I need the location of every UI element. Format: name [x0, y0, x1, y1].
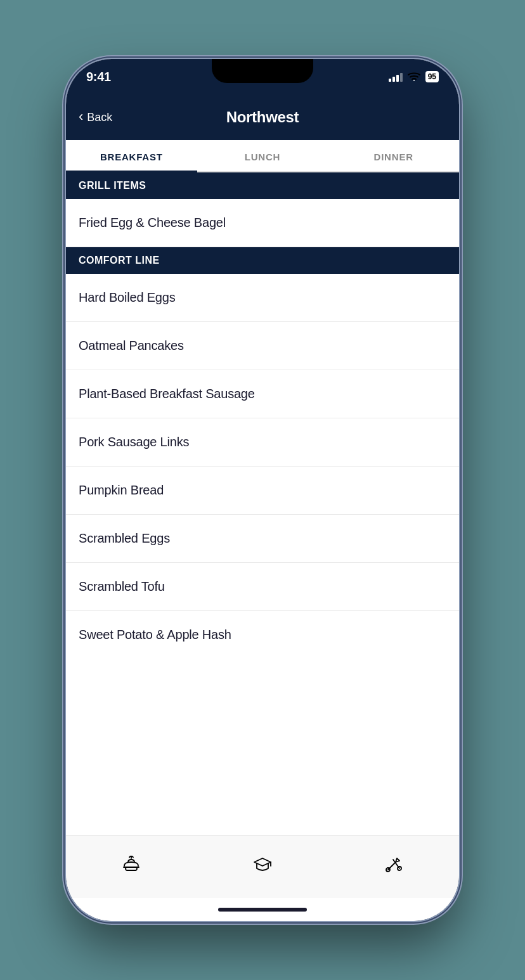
back-label: Back [87, 111, 112, 124]
home-indicator-bar [218, 908, 307, 912]
tab-dinner[interactable]: DINNER [328, 140, 459, 171]
phone-screen: 9:41 [66, 59, 459, 921]
menu-item-plant-based-sausage[interactable]: Plant-Based Breakfast Sausage [66, 370, 459, 418]
signal-icon [389, 72, 403, 82]
bottom-tab-tools[interactable] [370, 848, 417, 880]
menu-item-text: Plant-Based Breakfast Sausage [79, 387, 255, 401]
section-header-comfort: COMFORT LINE [66, 247, 459, 274]
section-header-comfort-text: COMFORT LINE [79, 255, 160, 266]
menu-item-pumpkin-bread[interactable]: Pumpkin Bread [66, 467, 459, 515]
menu-item-fried-egg[interactable]: Fried Egg & Cheese Bagel [66, 199, 459, 247]
status-bar: 9:41 [66, 59, 459, 94]
back-chevron-icon: ‹ [79, 108, 83, 125]
menu-item-scrambled-tofu[interactable]: Scrambled Tofu [66, 563, 459, 611]
battery-icon: 95 [425, 71, 439, 82]
phone-outer: 9:41 [0, 0, 525, 980]
tab-breakfast[interactable]: BREAKFAST [66, 140, 197, 171]
food-icon [120, 853, 142, 875]
phone-frame: 9:41 [66, 59, 459, 921]
bottom-tab-food[interactable] [108, 848, 155, 880]
menu-item-oatmeal-pancakes[interactable]: Oatmeal Pancakes [66, 322, 459, 370]
content-area[interactable]: GRILL ITEMS Fried Egg & Cheese Bagel COM… [66, 172, 459, 835]
svg-point-0 [413, 80, 415, 81]
academics-icon [252, 853, 273, 875]
menu-item-text: Hard Boiled Eggs [79, 290, 175, 304]
menu-item-text: Pumpkin Bread [79, 483, 164, 497]
menu-item-text: Pork Sausage Links [79, 435, 189, 449]
menu-item-text: Scrambled Eggs [79, 531, 170, 545]
bottom-tab-academics[interactable] [239, 848, 286, 880]
status-time: 9:41 [86, 70, 111, 84]
menu-item-sweet-potato-hash[interactable]: Sweet Potato & Apple Hash [66, 611, 459, 659]
bottom-tabbar [66, 835, 459, 898]
tabs-container: BREAKFAST LUNCH DINNER [66, 140, 459, 172]
wifi-icon [408, 72, 420, 81]
menu-item-hard-boiled-eggs[interactable]: Hard Boiled Eggs [66, 274, 459, 322]
svg-rect-1 [126, 867, 137, 870]
menu-item-text: Scrambled Tofu [79, 579, 165, 593]
status-right: 95 [389, 71, 439, 82]
home-indicator [66, 898, 459, 921]
section-header-grill: GRILL ITEMS [66, 172, 459, 199]
menu-item-text: Oatmeal Pancakes [79, 338, 184, 352]
menu-item-pork-sausage[interactable]: Pork Sausage Links [66, 418, 459, 467]
menu-item-text: Sweet Potato & Apple Hash [79, 628, 231, 642]
notch [212, 59, 313, 83]
menu-item-scrambled-eggs[interactable]: Scrambled Eggs [66, 515, 459, 563]
back-button[interactable]: ‹ Back [79, 110, 136, 125]
section-header-grill-text: GRILL ITEMS [79, 180, 146, 191]
nav-header: ‹ Back Northwest [66, 94, 459, 140]
tools-icon [383, 853, 405, 875]
tab-lunch[interactable]: LUNCH [197, 140, 328, 171]
menu-item-text: Fried Egg & Cheese Bagel [79, 216, 226, 229]
nav-title: Northwest [136, 108, 389, 126]
